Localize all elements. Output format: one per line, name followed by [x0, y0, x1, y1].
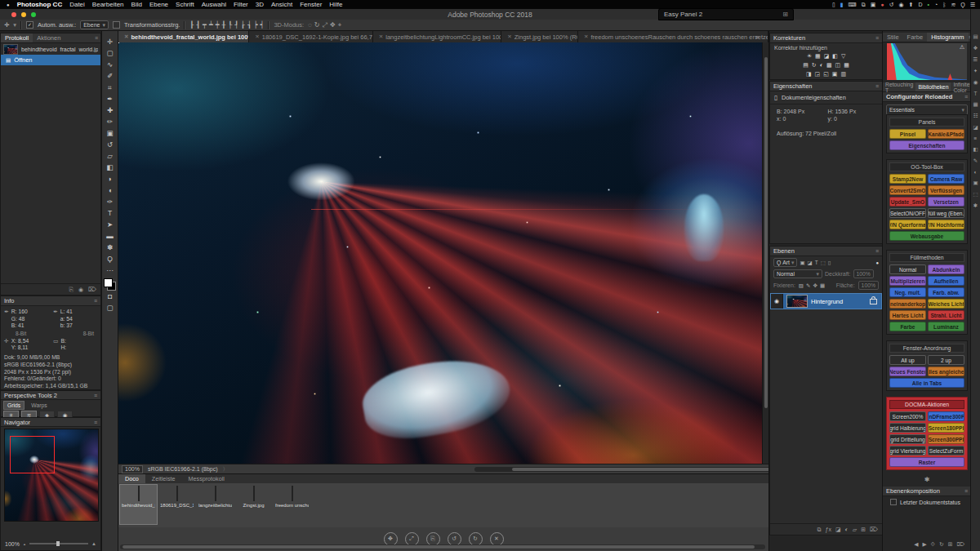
dodge-tool[interactable]: ◖	[104, 184, 116, 196]
alert-icon[interactable]: ●	[880, 1, 884, 8]
panel-menu-icon[interactable]: ≡	[95, 35, 100, 41]
menu-item[interactable]: Ansicht	[271, 1, 292, 8]
configurator-button[interactable]: Ineinanderkop.	[889, 299, 926, 309]
spotlight-icon[interactable]: Ϙ	[960, 1, 964, 8]
lock-option-icon[interactable]: ✎	[806, 282, 810, 289]
lock-option-icon[interactable]: ✥	[813, 282, 817, 289]
scrollbar-thumb[interactable]	[764, 57, 768, 408]
collapsed-panel-icon[interactable]: ✱	[973, 202, 978, 209]
curves-icon[interactable]: ◪	[824, 53, 830, 60]
document-tab[interactable]: ✕ Zingst.jpg bei 100% (RGB/...	[501, 31, 578, 42]
collapsed-panel-icon[interactable]: ▣	[973, 180, 978, 186]
align-icon[interactable]: ┿	[216, 21, 220, 29]
adjustment-layer-icon[interactable]: ◐	[845, 527, 849, 532]
quick-selection-tool[interactable]: ✐	[104, 70, 116, 82]
close-tab-icon[interactable]: ✕	[255, 33, 259, 40]
filter-toggle-icon[interactable]: ●	[875, 260, 879, 265]
layer-filter-icon[interactable]: ▣	[800, 260, 804, 266]
keyboard-icon[interactable]: ⌨	[849, 1, 857, 8]
filmstrip-thumbnail[interactable]: behindthevoid_fractal	[120, 485, 157, 524]
configurator-button[interactable]: Kanäle&Pfade	[928, 129, 964, 139]
configurator-button[interactable]: Multiplizieren	[889, 276, 926, 286]
invert-icon[interactable]: ◨	[806, 71, 812, 78]
align-icon[interactable]: ┦	[234, 21, 238, 29]
black-white-icon[interactable]: ◐	[820, 62, 823, 68]
close-tab-icon[interactable]: ✕	[507, 33, 511, 40]
shape-tool[interactable]: ▬	[104, 230, 116, 242]
tab-retouching[interactable]: Retouching T	[883, 82, 915, 91]
move-tool[interactable]: ✛	[104, 36, 116, 47]
collapsed-panel-icon[interactable]: ◐	[974, 169, 978, 175]
configurator-button[interactable]: Alle in Tabs	[889, 378, 964, 388]
configurator-button[interactable]: SelectON/OFF	[889, 208, 926, 218]
align-icon[interactable]: ┯	[203, 21, 207, 29]
layer-row[interactable]: ◉ Hintergrund	[770, 293, 882, 309]
blend-mode-dropdown[interactable]: Normal ▾	[773, 269, 822, 278]
align-icon[interactable]: ╂	[222, 21, 226, 29]
tab-bibliotheken[interactable]: Bibliotheken	[915, 82, 951, 91]
tab-warps[interactable]: Warps	[27, 401, 51, 410]
lasso-tool[interactable]: ∿	[104, 59, 116, 70]
threshold-icon[interactable]: ◱	[823, 71, 829, 78]
tab-stile[interactable]: Stile	[883, 33, 903, 42]
warning-icon[interactable]: ⚠	[960, 44, 964, 51]
battery-icon[interactable]: ▯	[832, 1, 835, 8]
tab-farbe[interactable]: Farbe	[903, 33, 928, 42]
layer-group-icon[interactable]: ▱	[853, 527, 857, 533]
apple-menu-icon[interactable]: ●	[7, 2, 10, 7]
history-state-row[interactable]: ▤ Öffnen	[1, 55, 100, 65]
photos-icon[interactable]: ▣	[871, 1, 876, 8]
configurator-button[interactable]: Webausgabe	[889, 231, 964, 241]
configurator-button[interactable]: Screen200%	[889, 411, 926, 421]
blur-tool[interactable]: ◗	[104, 173, 116, 184]
configurator-button[interactable]: Hartes Licht	[889, 310, 926, 320]
layer-filter-icon[interactable]: T	[815, 260, 818, 266]
new-snapshot-icon[interactable]: ◉	[78, 287, 83, 293]
collapsed-panel-icon[interactable]: ◪	[973, 124, 978, 131]
tool-preset-caret-icon[interactable]: ▾	[13, 21, 16, 29]
configurator-button[interactable]: grid Dritteilung	[889, 434, 926, 444]
updates-icon[interactable]: ⬆	[909, 1, 914, 8]
configurator-button[interactable]: All up	[889, 355, 926, 365]
configurator-button[interactable]: Neg. mult.	[889, 287, 926, 297]
posterize-icon[interactable]: ◲	[815, 71, 821, 78]
collapsed-panel-icon[interactable]: ✎	[973, 158, 978, 164]
configurator-button[interactable]: Pinsel	[889, 129, 926, 139]
doco-scrollbar[interactable]	[120, 544, 765, 549]
collapsed-panel-icon[interactable]: ◉	[973, 79, 978, 86]
navigator-zoom-slider[interactable]	[29, 543, 88, 544]
document-tab[interactable]: ✕ behindthevoid_fractal_world.jpg bei 10…	[118, 31, 249, 42]
settings-gear-icon[interactable]: ✱	[924, 476, 930, 483]
clone-stamp-tool[interactable]: ▣	[104, 127, 116, 139]
gradient-tool[interactable]: ◧	[104, 162, 116, 173]
next-comp-icon[interactable]: ▶	[922, 541, 926, 548]
quick-mask-button[interactable]: ◘	[104, 291, 116, 302]
configurator-button[interactable]: SelectZuForm	[928, 446, 964, 455]
lock-option-icon[interactable]: ▨	[799, 282, 804, 289]
menu-item[interactable]: Filter	[234, 1, 248, 8]
align-icon[interactable]: ┟	[241, 21, 245, 29]
tab-aktionen[interactable]: Aktionen	[33, 33, 65, 42]
configurator-button[interactable]: Alles angleichen	[928, 367, 964, 376]
app-menu[interactable]: Photoshop CC	[17, 1, 63, 8]
time-machine-icon[interactable]: ↺	[889, 1, 894, 8]
mode-icon[interactable]: ⌖	[338, 21, 342, 29]
configurator-button[interactable]: Farbe	[889, 322, 926, 331]
display-icon[interactable]: ⧉	[862, 1, 866, 8]
tab-overflow-button[interactable]: »	[755, 31, 759, 42]
healing-brush-tool[interactable]: ✚	[104, 104, 116, 116]
photo-filter-icon[interactable]: ▩	[826, 62, 832, 69]
filmstrip-thumbnail[interactable]: 180619_DSC_1692-1	[158, 485, 195, 524]
panel-options-icon[interactable]: ⊞	[782, 11, 788, 18]
status-dot-icon[interactable]: •	[928, 1, 929, 8]
eyedropper-tool[interactable]: ✒	[104, 93, 116, 104]
menu-item[interactable]: Auswahl	[202, 1, 226, 8]
mode-icon[interactable]: ↻	[314, 21, 320, 29]
new-document-from-state-icon[interactable]: ⎘	[69, 287, 74, 293]
clock-icon[interactable]: ◔	[934, 1, 938, 8]
update-comp-icon[interactable]: ↻	[939, 541, 944, 548]
mode-icon[interactable]: ⤢	[323, 21, 327, 29]
exposure-icon[interactable]: ◧	[832, 53, 838, 60]
doco-tab[interactable]: Messprotokoll	[182, 474, 231, 483]
document-tab[interactable]: ✕ 180619_DSC_1692-1-Kopie.jpg bei 66,7% …	[249, 31, 372, 42]
